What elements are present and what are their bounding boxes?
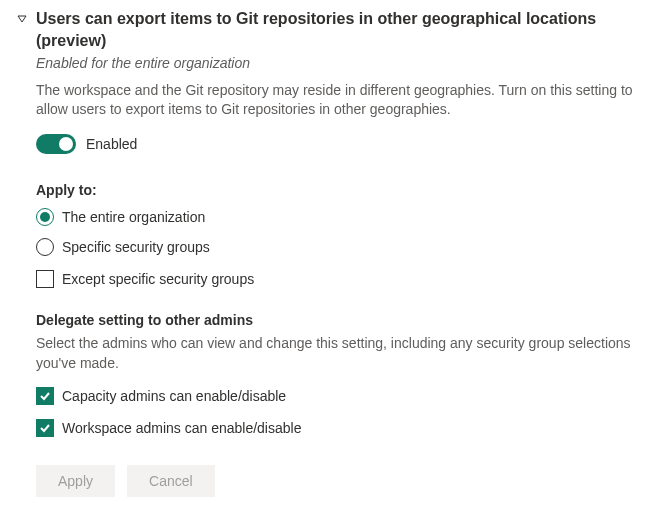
radio-unselected-icon <box>36 238 54 256</box>
apply-to-label: Apply to: <box>36 182 652 198</box>
radio-selected-icon <box>36 208 54 226</box>
radio-entire-organization-label: The entire organization <box>62 209 205 225</box>
checkbox-except-groups[interactable]: Except specific security groups <box>36 270 652 288</box>
checkbox-unchecked-icon <box>36 270 54 288</box>
radio-specific-groups-label: Specific security groups <box>62 239 210 255</box>
checkbox-except-groups-label: Except specific security groups <box>62 271 254 287</box>
setting-title: Users can export items to Git repositori… <box>36 8 652 53</box>
setting-description: The workspace and the Git repository may… <box>36 81 652 120</box>
checkbox-capacity-admins[interactable]: Capacity admins can enable/disable <box>36 387 652 405</box>
apply-button[interactable]: Apply <box>36 465 115 497</box>
collapse-icon[interactable] <box>16 12 28 28</box>
delegate-heading: Delegate setting to other admins <box>36 312 652 328</box>
cancel-button[interactable]: Cancel <box>127 465 215 497</box>
checkbox-capacity-admins-label: Capacity admins can enable/disable <box>62 388 286 404</box>
delegate-description: Select the admins who can view and chang… <box>36 334 652 373</box>
enabled-toggle[interactable] <box>36 134 76 154</box>
radio-specific-groups[interactable]: Specific security groups <box>36 238 652 256</box>
checkbox-workspace-admins[interactable]: Workspace admins can enable/disable <box>36 419 652 437</box>
setting-scope: Enabled for the entire organization <box>36 55 652 71</box>
checkbox-checked-icon <box>36 419 54 437</box>
checkbox-workspace-admins-label: Workspace admins can enable/disable <box>62 420 301 436</box>
checkbox-checked-icon <box>36 387 54 405</box>
radio-entire-organization[interactable]: The entire organization <box>36 208 652 226</box>
enabled-toggle-label: Enabled <box>86 136 137 152</box>
